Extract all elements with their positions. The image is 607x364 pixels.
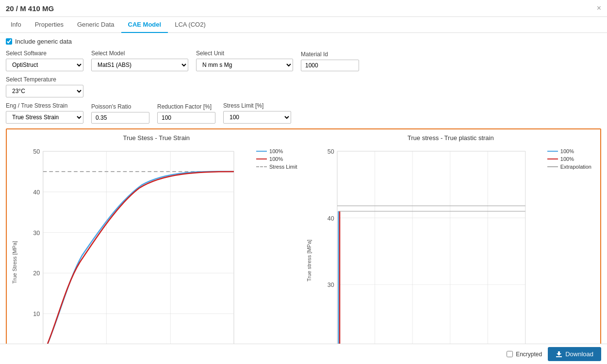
svg-text:30: 30 [33,230,40,237]
chart1-legend-line-red [256,158,267,159]
svg-rect-23 [337,151,525,351]
chart1-svg: 50 40 30 20 10 0 0 0.01 0.02 [18,144,252,364]
chart1-legend-item-2: 100% [256,156,297,162]
download-label: Download [565,350,593,358]
select-software-group: Select Software OptiStruct [6,50,83,71]
stress-limit-label: Stress Limit [%] [223,102,291,109]
poissons-ratio-input[interactable] [91,112,149,124]
chart1-svg-container: 50 40 30 20 10 0 0 0.01 0.02 [18,144,252,364]
encrypted-checkbox[interactable] [507,351,513,357]
chart2-legend-line-blue [547,151,558,152]
select-model-dropdown[interactable]: MatS1 (ABS) [91,59,188,71]
download-icon [556,351,562,358]
poissons-ratio-label: Poisson's Ratio [91,103,149,110]
chart1-legend-label-3: Stress Limit [269,164,297,170]
chart2-legend-label-1: 100% [560,148,574,154]
material-id-input[interactable] [301,60,359,71]
chart1-title: True Stess - True Strain [123,134,190,142]
select-model-group: Select Model MatS1 (ABS) [91,50,188,71]
svg-text:20: 20 [33,270,40,277]
chart2-legend-label-2: 100% [560,156,574,162]
poissons-ratio-group: Poisson's Ratio [91,103,149,124]
title-bar: 20 / M 410 MG × [0,0,607,17]
chart1-legend-item-3: Stress Limit [256,164,297,170]
svg-text:50: 50 [327,148,334,155]
chart2-legend-line-gray [547,166,558,167]
bottom-bar: Encrypted Download [0,344,607,364]
material-id-label: Material Id [301,51,359,58]
svg-text:40: 40 [327,215,334,222]
reduction-factor-label: Reduction Factor [%] [157,103,215,110]
form-row-3: Eng / True Stress Strain True Stress Str… [6,102,601,124]
tab-properties[interactable]: Properties [28,17,70,33]
svg-rect-48 [556,356,562,357]
chart2-inner: 50 40 30 20 0 0.2 0.4 0.6 0.8 [313,144,596,364]
chart2-panel: True stress - True plastic strain True s… [306,134,596,355]
reduction-factor-input[interactable] [157,112,215,124]
tab-generic-data[interactable]: Generic Data [70,17,121,33]
chart1-inner: 50 40 30 20 10 0 0 0.01 0.02 [18,144,301,364]
include-generic-data-row: Include generic data [6,38,601,45]
encrypted-label: Encrypted [516,351,542,358]
reduction-factor-group: Reduction Factor [%] [157,103,215,124]
chart1-legend-line-blue [256,151,267,152]
charts-container: True Stess - True Strain True Stress [MP… [6,128,601,361]
select-temperature-label: Select Temperature [6,76,83,83]
select-software-label: Select Software [6,50,83,57]
close-icon[interactable]: × [597,4,601,13]
stress-limit-dropdown[interactable]: 100 [223,111,291,124]
chart2-y-label: True stress [MPa] [306,144,312,364]
chart1-panel: True Stess - True Strain True Stress [MP… [12,134,301,355]
encrypted-row: Encrypted [507,351,542,358]
chart2-legend-label-3: Extrapolation [560,164,591,170]
select-unit-label: Select Unit [196,50,293,57]
stress-limit-group: Stress Limit [%] 100 [223,102,291,124]
chart2-legend-item-2: 100% [547,156,591,162]
svg-text:30: 30 [327,282,334,288]
tab-cae-model[interactable]: CAE Model [121,17,168,33]
chart1-legend: 100% 100% Stress Limit [252,144,301,364]
select-unit-dropdown[interactable]: N mm s Mg [196,59,293,71]
chart2-legend: 100% 100% Extrapolation [543,144,595,364]
download-button[interactable]: Download [548,347,601,361]
include-generic-data-checkbox[interactable] [6,38,12,45]
chart2-legend-line-red [547,158,558,159]
form-row-1: Select Software OptiStruct Select Model … [6,50,601,71]
chart2-legend-item-3: Extrapolation [547,164,591,170]
chart1-area: True Stress [MPa] [12,144,301,364]
eng-true-stress-label: Eng / True Stress Strain [6,102,83,109]
tab-bar: Info Properties Generic Data CAE Model L… [0,17,607,33]
include-generic-data-label: Include generic data [15,38,72,45]
select-software-dropdown[interactable]: OptiStruct [6,59,83,71]
svg-text:40: 40 [33,189,40,196]
select-temperature-dropdown[interactable]: 23°C [6,85,83,97]
chart2-area: True stress [MPa] [306,144,596,364]
eng-true-stress-group: Eng / True Stress Strain True Stress Str… [6,102,83,124]
chart2-with-legend: 50 40 30 20 0 0.2 0.4 0.6 0.8 [313,144,596,364]
chart1-with-legend: 50 40 30 20 10 0 0 0.01 0.02 [18,144,301,364]
eng-true-stress-dropdown[interactable]: True Stress Strain [6,111,83,124]
tab-info[interactable]: Info [4,17,28,33]
chart2-svg: 50 40 30 20 0 0.2 0.4 0.6 0.8 [313,144,543,364]
svg-rect-0 [43,151,234,354]
chart2-title: True stress - True plastic strain [408,134,494,142]
chart2-legend-item-1: 100% [547,148,591,154]
svg-text:50: 50 [33,148,40,155]
chart1-legend-line-dashed [256,166,267,167]
window-title: 20 / M 410 MG [6,4,54,13]
select-temperature-group: Select Temperature 23°C [6,76,83,97]
main-content: Include generic data Select Software Opt… [0,33,607,364]
material-id-group: Material Id [301,51,359,71]
chart1-y-label: True Stress [MPa] [12,144,17,364]
select-unit-group: Select Unit N mm s Mg [196,50,293,71]
select-model-label: Select Model [91,50,188,57]
chart1-legend-item-1: 100% [256,148,297,154]
tab-lca-co2[interactable]: LCA (CO2) [168,17,213,33]
chart1-legend-label-2: 100% [269,156,283,162]
svg-text:10: 10 [33,311,40,317]
chart1-legend-label-1: 100% [269,148,283,154]
form-row-2: Select Temperature 23°C [6,76,601,97]
chart2-svg-container: 50 40 30 20 0 0.2 0.4 0.6 0.8 [313,144,543,364]
